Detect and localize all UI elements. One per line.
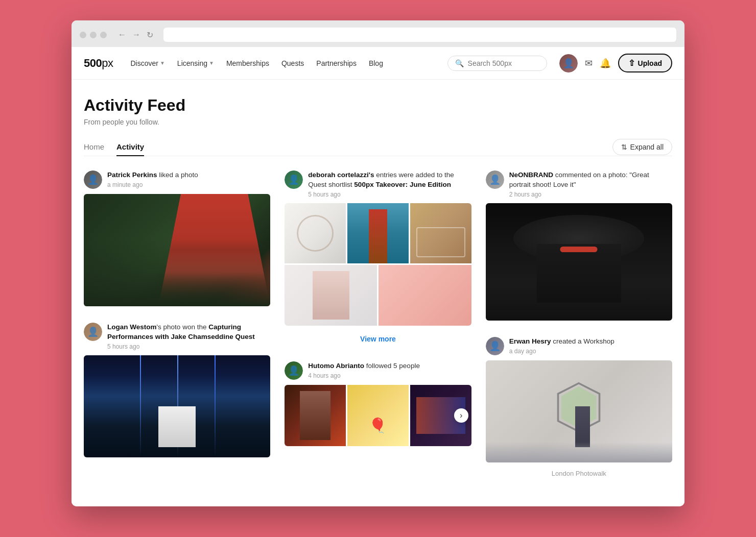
discover-label: Discover [130,59,158,67]
nav-quests[interactable]: Quests [276,56,309,70]
view-more-link[interactable]: View more [285,331,471,347]
quest-deborah: 500px Takeover: June Edition [354,181,451,188]
nav-actions: 👤 ✉ 🔔 ⇧ Upload [559,54,672,72]
feed-card-logan: 👤 Logan Westom's photo won the Capturing… [84,323,270,457]
notifications-icon[interactable]: 🔔 [600,58,611,69]
minimize-dot [90,32,97,38]
feed-card-header-hutomo: 👤 Hutomo Abrianto followed 5 people 4 ho… [285,361,471,380]
feed-card-patrick: 👤 Patrick Perkins liked a photo a minute… [84,170,270,306]
floor [486,442,672,462]
search-icon: 🔍 [455,59,464,67]
photo-deborah-2[interactable] [347,203,409,264]
hoop-shape [416,227,465,257]
photo-patrick[interactable] [84,194,270,306]
photo-image-patrick [84,194,270,306]
avatar-placeholder: 👤 [559,54,578,72]
feed-text-hutomo: Hutomo Abrianto followed 5 people [308,361,471,371]
forward-icon[interactable]: → [131,29,141,41]
tab-activity[interactable]: Activity [116,138,144,156]
expand-chevrons-icon: ⇅ [621,143,627,151]
follow-photo-2[interactable]: 🎈 [347,385,409,446]
action-erwan: created a Workshop [551,337,614,345]
browser-dots [80,32,107,38]
time-erwan: a day ago [509,348,672,355]
photo-neon[interactable] [486,203,672,321]
search-bar[interactable]: 🔍 [447,56,547,71]
feed-meta-erwan: Erwan Hesry created a Workshop a day ago [509,337,672,355]
feed-tabs: Home Activity [84,138,144,156]
feed-column-2: 👤 deborah cortelazzi's entries were adde… [285,170,471,446]
feed-meta-patrick: Patrick Perkins liked a photo a minute a… [107,170,270,188]
nav-blog[interactable]: Blog [364,56,388,70]
main-content: Activity Feed From people you follow. Ho… [72,80,684,496]
address-bar[interactable] [163,28,676,42]
username-patrick[interactable]: Patrick Perkins [107,171,157,179]
page-subtitle: From people you follow. [84,118,672,126]
feed-card-header-patrick: 👤 Patrick Perkins liked a photo a minute… [84,170,270,189]
feed-column-3: 👤 NeONBRAND commented on a photo: "Great… [486,170,672,479]
photo-deborah-4[interactable] [285,265,377,326]
messages-icon[interactable]: ✉ [585,58,593,69]
photo-logan[interactable] [84,355,270,457]
avatar-erwan[interactable]: 👤 [486,337,504,355]
expand-all-button[interactable]: ⇅ Expand all [612,139,672,155]
avatar-img-deborah: 👤 [285,170,303,189]
username-deborah[interactable]: deborah cortelazzi's [308,171,374,179]
feed-column-1: 👤 Patrick Perkins liked a photo a minute… [84,170,270,457]
person-1 [300,391,330,440]
page-title: Activity Feed [84,96,672,115]
browser-nav: ← → ↻ [117,29,154,41]
upload-label: Upload [638,59,662,67]
upload-arrow-icon: ⇧ [628,58,635,68]
time-logan: 5 hours ago [107,343,270,350]
photo-deborah-5[interactable] [379,265,471,326]
nav-memberships[interactable]: Memberships [221,56,274,70]
search-input[interactable] [468,59,539,67]
glass-shape [297,215,334,251]
username-logan[interactable]: Logan Westom [107,323,157,331]
avatar-neon[interactable]: 👤 [486,170,504,189]
expand-all-label: Expand all [630,143,664,151]
avatar-silhouette-neon: 👤 [486,170,504,189]
discover-chevron: ▼ [160,60,165,66]
site-logo[interactable]: 500px [84,57,113,70]
follow-next-button[interactable]: › [454,408,468,423]
workshop-image-erwan[interactable] [486,360,672,462]
avatar-image: 👤 [559,54,578,72]
feed-card-neon: 👤 NeONBRAND commented on a photo: "Great… [486,170,672,321]
follow-photo-1[interactable] [285,385,346,446]
action-hutomo: followed 5 people [364,362,420,370]
action-patrick: liked a photo [157,171,198,179]
avatar-patrick[interactable]: 👤 [84,170,102,189]
avatar-logan[interactable]: 👤 [84,323,102,341]
feed-meta-deborah: deborah cortelazzi's entries were added … [308,170,471,198]
browser-window: ← → ↻ 500px Discover ▼ Licensing ▼ [72,20,684,506]
top-navbar: 500px Discover ▼ Licensing ▼ Memberships… [72,47,684,80]
feed-card-header-deborah: 👤 deborah cortelazzi's entries were adde… [285,170,471,198]
nav-discover[interactable]: Discover ▼ [125,56,170,70]
photo-image-logan [84,355,270,457]
back-icon[interactable]: ← [117,29,127,41]
feed-meta-hutomo: Hutomo Abrianto followed 5 people 4 hour… [308,361,471,379]
follow-photos-hutomo: 🎈 › [285,385,471,446]
upload-button[interactable]: ⇧ Upload [618,54,672,72]
username-erwan[interactable]: Erwan Hesry [509,337,551,345]
avatar-hutomo[interactable]: 👤 [285,361,303,380]
licensing-label: Licensing [177,59,207,67]
nav-licensing[interactable]: Licensing ▼ [172,56,219,70]
photo-deborah-1[interactable] [285,203,346,264]
nav-partnerships[interactable]: Partnerships [311,56,362,70]
person-shape [369,209,387,264]
user-avatar[interactable]: 👤 [559,54,578,72]
photo-deborah-3[interactable] [410,203,471,264]
action-logan-1: 's photo won the [157,323,209,331]
feed-card-deborah: 👤 deborah cortelazzi's entries were adde… [285,170,471,347]
avatar-deborah[interactable]: 👤 [285,170,303,189]
username-hutomo[interactable]: Hutomo Abrianto [308,362,364,370]
feed-card-header-logan: 👤 Logan Westom's photo won the Capturing… [84,323,270,350]
close-dot [80,32,86,38]
avatar-img-patrick: 👤 [84,170,102,189]
tab-home[interactable]: Home [84,138,104,156]
refresh-icon[interactable]: ↻ [146,29,154,41]
username-neon[interactable]: NeONBRAND [509,171,553,179]
